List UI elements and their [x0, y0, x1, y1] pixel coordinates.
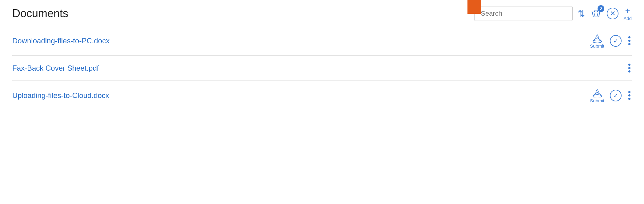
- table-row: Uploading-files-to-Cloud.docx Submit ✓: [12, 81, 632, 110]
- check-icon: ✓: [610, 90, 622, 101]
- document-link[interactable]: Downloading-files-to-PC.docx: [12, 37, 590, 45]
- documents-panel: Documents ⇅ 2: [0, 0, 644, 116]
- svg-point-4: [593, 95, 602, 97]
- more-menu-button[interactable]: [627, 35, 632, 46]
- header-controls: ⇅ 2 ✕ +: [474, 6, 632, 21]
- svg-point-3: [593, 40, 602, 43]
- add-plus-icon: +: [625, 6, 630, 15]
- search-input[interactable]: [474, 6, 573, 21]
- page-title: Documents: [12, 7, 68, 20]
- dot: [628, 36, 630, 38]
- check-icon: ✓: [610, 35, 622, 47]
- row-actions: Submit ✓: [590, 33, 632, 49]
- dot: [628, 91, 630, 93]
- dot: [628, 64, 630, 66]
- basket-button[interactable]: 2: [590, 8, 602, 19]
- submit-button[interactable]: Submit: [590, 33, 604, 49]
- document-link[interactable]: Fax-Back Cover Sheet.pdf: [12, 64, 627, 73]
- sort-button[interactable]: ⇅: [578, 8, 585, 19]
- row-actions: Submit ✓: [590, 88, 632, 103]
- more-menu-button[interactable]: [627, 62, 632, 74]
- submit-label: Submit: [590, 43, 604, 49]
- add-button[interactable]: + Add: [623, 6, 632, 21]
- dot: [628, 43, 630, 45]
- row-actions: [627, 62, 632, 74]
- svg-line-0: [594, 14, 595, 16]
- submit-icon: [591, 33, 603, 43]
- documents-list: Downloading-files-to-PC.docx Submit ✓: [12, 26, 632, 110]
- table-row: Fax-Back Cover Sheet.pdf: [12, 56, 632, 81]
- dot: [628, 98, 630, 100]
- document-link[interactable]: Uploading-files-to-Cloud.docx: [12, 91, 590, 100]
- submit-icon: [591, 88, 603, 97]
- svg-line-2: [597, 14, 598, 16]
- documents-header: Documents ⇅ 2: [12, 6, 632, 26]
- dot: [628, 67, 630, 69]
- basket-badge: 2: [598, 5, 604, 12]
- close-icon: ✕: [607, 8, 618, 19]
- submit-button[interactable]: Submit: [590, 88, 604, 103]
- dot: [628, 94, 630, 96]
- table-row: Downloading-files-to-PC.docx Submit ✓: [12, 26, 632, 56]
- sort-icon: ⇅: [578, 8, 585, 19]
- close-button[interactable]: ✕: [607, 8, 618, 19]
- dot: [628, 40, 630, 42]
- dot: [628, 70, 630, 73]
- submit-label: Submit: [590, 98, 604, 103]
- more-menu-button[interactable]: [627, 90, 632, 101]
- add-label: Add: [623, 16, 632, 21]
